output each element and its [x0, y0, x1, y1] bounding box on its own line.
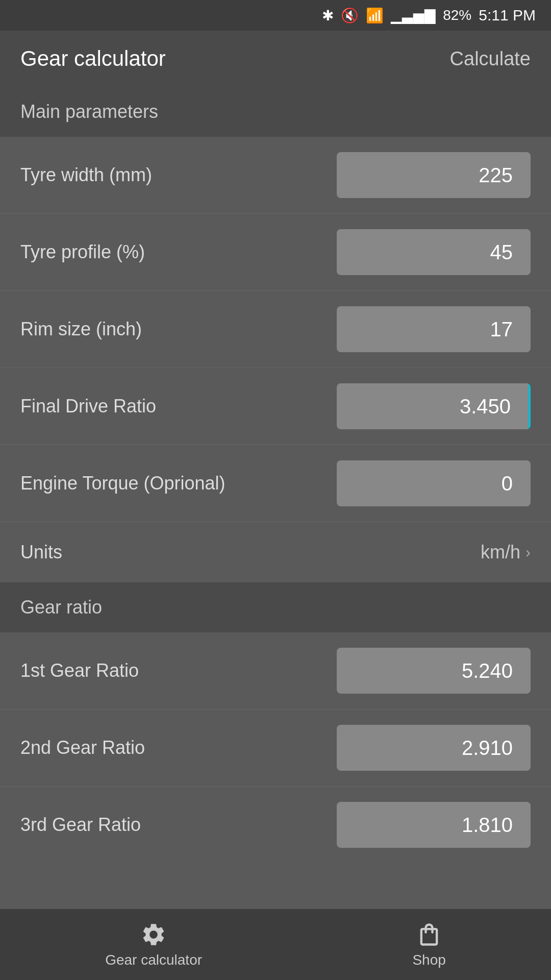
gear-2-row: 2nd Gear Ratio: [0, 709, 551, 787]
mute-icon: 🔇: [341, 7, 359, 24]
engine-torque-label: Engine Torque (Oprional): [20, 473, 337, 494]
app-title: Gear calculator: [20, 46, 166, 71]
main-parameters-title: Main parameters: [20, 101, 158, 122]
status-time: 5:11 PM: [479, 7, 536, 24]
units-selector[interactable]: km/h ›: [481, 542, 531, 563]
units-row[interactable]: Units km/h ›: [0, 522, 551, 582]
main-parameters-header: Main parameters: [0, 87, 551, 137]
shop-nav-label: Shop: [412, 952, 445, 968]
gear-ratio-content: 1st Gear Ratio 2nd Gear Ratio 3rd Gear R…: [0, 632, 551, 863]
tyre-width-row: Tyre width (mm): [0, 137, 551, 214]
bluetooth-icon: ✱: [322, 7, 334, 24]
final-drive-ratio-input[interactable]: [337, 383, 531, 429]
gear-2-label: 2nd Gear Ratio: [20, 737, 337, 758]
gear-calculator-nav-label: Gear calculator: [105, 952, 202, 968]
units-label: Units: [20, 542, 62, 563]
status-icons: ✱ 🔇 📶 ▁▃▅▇ 82% 5:11 PM: [322, 7, 536, 24]
rim-size-row: Rim size (inch): [0, 291, 551, 368]
tyre-width-label: Tyre width (mm): [20, 164, 337, 186]
tyre-width-input[interactable]: [337, 152, 531, 198]
units-value-text: km/h: [481, 542, 520, 563]
final-drive-ratio-row: Final Drive Ratio: [0, 368, 551, 445]
battery-indicator: 82%: [443, 7, 471, 23]
engine-torque-input[interactable]: [337, 460, 531, 506]
wifi-icon: 📶: [366, 7, 384, 24]
engine-torque-row: Engine Torque (Oprional): [0, 445, 551, 522]
app-bar: Gear calculator Calculate: [0, 31, 551, 87]
gear-1-label: 1st Gear Ratio: [20, 660, 337, 681]
rim-size-label: Rim size (inch): [20, 318, 337, 340]
gear-3-row: 3rd Gear Ratio: [0, 787, 551, 863]
gear-3-label: 3rd Gear Ratio: [20, 814, 337, 836]
gear-1-input[interactable]: [337, 648, 531, 694]
tyre-profile-input[interactable]: [337, 229, 531, 275]
nav-item-shop[interactable]: Shop: [412, 921, 445, 968]
main-parameters-content: Tyre width (mm) Tyre profile (%) Rim siz…: [0, 137, 551, 582]
bottom-nav: Gear calculator Shop: [0, 909, 551, 980]
gear-nav-icon: [140, 921, 167, 948]
calculate-button[interactable]: Calculate: [450, 48, 531, 70]
status-bar: ✱ 🔇 📶 ▁▃▅▇ 82% 5:11 PM: [0, 0, 551, 31]
nav-item-gear-calculator[interactable]: Gear calculator: [105, 921, 202, 968]
gear-ratio-title: Gear ratio: [20, 597, 102, 618]
gear-ratio-header: Gear ratio: [0, 582, 551, 632]
tyre-profile-label: Tyre profile (%): [20, 241, 337, 263]
gear-3-input[interactable]: [337, 802, 531, 848]
gear-1-row: 1st Gear Ratio: [0, 632, 551, 709]
signal-icon: ▁▃▅▇: [391, 7, 436, 24]
shop-nav-icon: [416, 921, 442, 948]
tyre-profile-row: Tyre profile (%): [0, 214, 551, 291]
gear-2-input[interactable]: [337, 725, 531, 771]
final-drive-ratio-label: Final Drive Ratio: [20, 396, 337, 417]
chevron-right-icon: ›: [525, 544, 531, 561]
rim-size-input[interactable]: [337, 306, 531, 352]
